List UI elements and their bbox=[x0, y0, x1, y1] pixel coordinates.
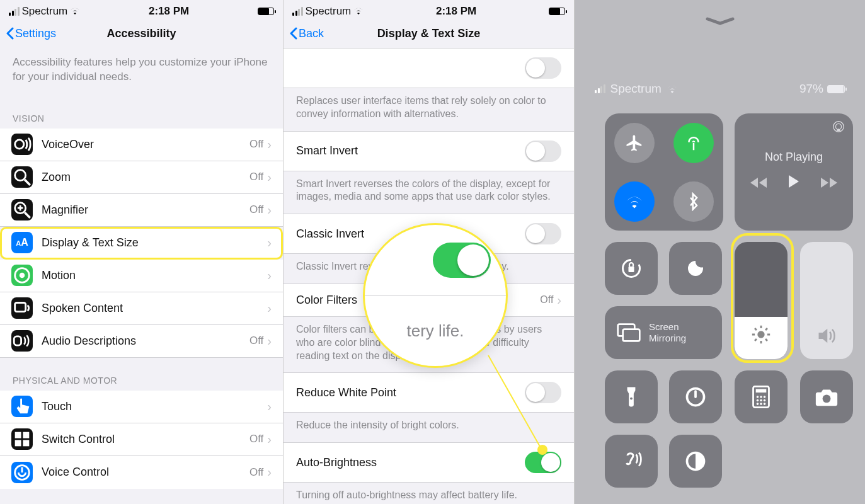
next-track-icon[interactable] bbox=[820, 174, 837, 193]
desc-reduce-white: Reduce the intensity of bright colors. bbox=[284, 413, 574, 443]
svg-point-33 bbox=[630, 398, 633, 400]
back-button[interactable]: Back bbox=[290, 27, 324, 40]
svg-point-47 bbox=[823, 394, 831, 403]
row-label: Smart Invert bbox=[296, 144, 358, 158]
chevron-right-icon: › bbox=[557, 293, 561, 307]
svg-point-45 bbox=[760, 403, 762, 405]
svg-line-30 bbox=[765, 328, 767, 330]
media-title: Not Playing bbox=[765, 151, 823, 164]
toggle-orientation-lock[interactable] bbox=[605, 242, 658, 295]
toggle-wifi[interactable] bbox=[614, 181, 655, 222]
toggle-bluetooth[interactable] bbox=[673, 181, 714, 222]
row-switch-control[interactable]: Switch Control Off › bbox=[0, 423, 283, 456]
desc-auto-brightness: Turning off auto-brightness may affect b… bbox=[284, 483, 574, 504]
play-icon[interactable] bbox=[787, 174, 801, 193]
grabber-handle[interactable] bbox=[705, 16, 735, 21]
toggle-classic-invert[interactable] bbox=[525, 223, 561, 244]
row-touch[interactable]: Touch › bbox=[0, 391, 283, 423]
spoken-content-icon bbox=[11, 297, 33, 319]
row-motion[interactable]: Motion › bbox=[0, 260, 283, 292]
signal-icon bbox=[292, 7, 303, 16]
row-differentiate bbox=[284, 48, 574, 88]
tile-timer[interactable] bbox=[669, 370, 722, 423]
slider-brightness[interactable] bbox=[735, 242, 788, 359]
row-label: Voice Control bbox=[42, 466, 249, 479]
time-label: 2:18 PM bbox=[149, 5, 189, 18]
chevron-right-icon: › bbox=[267, 236, 272, 250]
battery-icon bbox=[827, 85, 845, 93]
callout-text: tery life. bbox=[406, 321, 464, 341]
toggle-do-not-disturb[interactable] bbox=[669, 242, 722, 295]
magnifier-icon bbox=[11, 199, 33, 220]
status-bar: Spectrum 2:18 PM bbox=[284, 0, 574, 19]
switch-control-icon bbox=[11, 428, 33, 450]
screen-mirroring-label: Screen Mirroring bbox=[649, 321, 686, 344]
lock-rotation-icon bbox=[620, 257, 643, 280]
status-bar: Spectrum 2:18 PM bbox=[0, 0, 283, 19]
slider-volume[interactable] bbox=[800, 242, 853, 359]
row-label: Magnifier bbox=[42, 203, 249, 217]
row-spoken-content[interactable]: Spoken Content › bbox=[0, 292, 283, 325]
svg-point-8 bbox=[20, 273, 25, 278]
svg-line-6 bbox=[25, 213, 30, 219]
toggle-reduce-white[interactable] bbox=[525, 382, 561, 403]
tile-connectivity bbox=[605, 113, 723, 231]
svg-rect-11 bbox=[15, 432, 21, 438]
svg-point-1 bbox=[15, 170, 26, 181]
row-zoom[interactable]: Zoom Off › bbox=[0, 161, 283, 194]
svg-line-2 bbox=[25, 180, 30, 186]
audio-descriptions-icon bbox=[11, 330, 33, 352]
row-voiceover[interactable]: VoiceOver Off › bbox=[0, 129, 283, 161]
nav-bar: Back Display & Text Size bbox=[284, 19, 574, 48]
svg-point-41 bbox=[757, 399, 759, 402]
toggle-cellular[interactable] bbox=[673, 123, 714, 163]
back-button[interactable]: Settings bbox=[6, 27, 56, 40]
tile-screen-mirroring[interactable]: Screen Mirroring bbox=[605, 306, 722, 359]
row-voice-control[interactable]: Voice Control Off › bbox=[0, 456, 283, 489]
battery-pct: 97% bbox=[799, 82, 823, 96]
text-size-icon: AA bbox=[16, 237, 28, 248]
moon-icon bbox=[685, 258, 706, 278]
battery-icon bbox=[549, 8, 565, 15]
tile-calculator[interactable] bbox=[735, 370, 788, 423]
callout-toggle-on bbox=[433, 243, 491, 278]
tile-camera[interactable] bbox=[800, 370, 853, 423]
tile-media[interactable]: Not Playing bbox=[735, 113, 853, 231]
row-magnifier[interactable]: Magnifier Off › bbox=[0, 194, 283, 227]
wifi-icon bbox=[70, 6, 80, 16]
row-label: Switch Control bbox=[42, 433, 249, 446]
row-status: Off bbox=[249, 138, 263, 151]
airplay-icon[interactable] bbox=[832, 120, 845, 137]
prev-track-icon[interactable] bbox=[750, 174, 768, 193]
svg-point-46 bbox=[764, 403, 766, 405]
chevron-right-icon: › bbox=[267, 399, 272, 414]
svg-rect-21 bbox=[629, 266, 634, 272]
wifi-icon bbox=[353, 6, 364, 16]
bluetooth-icon bbox=[687, 192, 700, 211]
toggle-differentiate[interactable] bbox=[525, 57, 561, 79]
row-label: Display & Text Size bbox=[42, 236, 267, 249]
svg-line-28 bbox=[765, 339, 767, 341]
tile-hearing[interactable] bbox=[605, 435, 658, 488]
toggle-smart-invert[interactable] bbox=[525, 140, 561, 162]
toggle-airplane[interactable] bbox=[614, 123, 655, 163]
cc-status-bar: Spectrum 97% bbox=[575, 82, 865, 96]
svg-point-22 bbox=[757, 331, 764, 338]
svg-line-29 bbox=[755, 339, 757, 341]
carrier-label: Spectrum bbox=[22, 5, 68, 18]
row-status: Off bbox=[249, 433, 263, 445]
callout-magnifier: tery life. bbox=[363, 223, 508, 368]
nav-bar: Settings Accessibility bbox=[0, 19, 283, 48]
camera-icon bbox=[814, 387, 839, 407]
tile-dark-mode[interactable] bbox=[669, 435, 722, 488]
row-label: Audio Descriptions bbox=[42, 335, 249, 348]
toggle-flashlight[interactable] bbox=[605, 370, 658, 423]
motion-icon bbox=[11, 265, 33, 286]
time-label: 2:18 PM bbox=[436, 5, 476, 18]
row-display-text-size[interactable]: AA Display & Text Size › bbox=[0, 227, 283, 260]
toggle-auto-brightness[interactable] bbox=[525, 452, 561, 473]
row-audio-descriptions[interactable]: Audio Descriptions Off › bbox=[0, 325, 283, 358]
battery-icon bbox=[258, 8, 274, 15]
svg-rect-9 bbox=[15, 303, 26, 312]
airplane-icon bbox=[625, 134, 644, 152]
